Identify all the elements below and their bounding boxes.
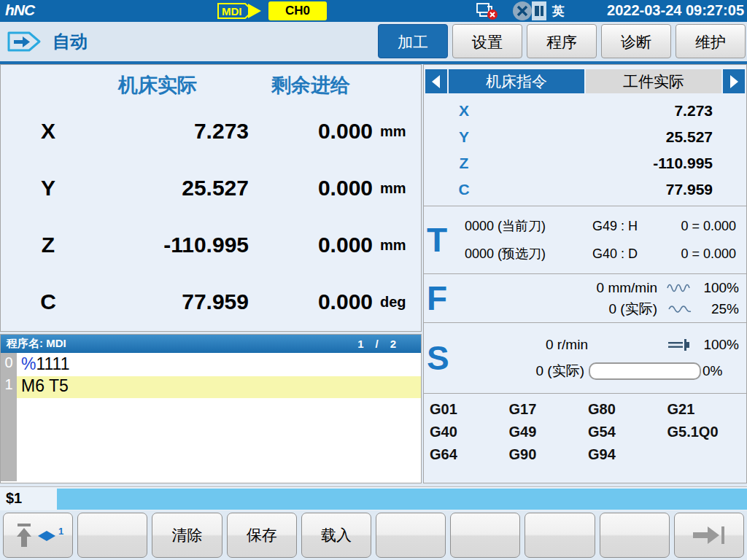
feed-actual-wave-icon — [663, 303, 697, 315]
current-line: 1 — [357, 338, 363, 350]
axis-actual-value: 7.273 — [66, 119, 249, 144]
gcode-cell: G90 — [509, 446, 589, 463]
pager-separator: / — [375, 338, 378, 350]
tab-diagnosis[interactable]: 诊断 — [601, 24, 671, 58]
program-code: M6 T5 — [21, 376, 69, 395]
mode-mdi-badge: MDI — [217, 1, 268, 23]
axis-row-z: Z -110.995 0.000 mm — [1, 217, 421, 273]
main-tabs: 加工 设置 程序 诊断 维护 — [378, 24, 746, 58]
gcode-cell: G94 — [588, 446, 667, 463]
program-line[interactable]: 0 %1111 — [1, 354, 421, 376]
axis-label: Y — [424, 128, 504, 146]
tool-section-label: T — [424, 223, 460, 257]
feed-command-row: 0 mm/min 100% — [460, 278, 746, 298]
feed-override-percent: 100% — [697, 280, 746, 296]
tab-machine-command[interactable]: 机床指令 — [449, 69, 584, 93]
program-line-active[interactable]: 1 M6 T5 — [1, 376, 421, 398]
tool-number: 0000 (预选刀) — [460, 245, 592, 262]
softkey-empty-8[interactable] — [600, 513, 670, 558]
softkey-empty-6[interactable] — [450, 513, 520, 558]
spindle-speed-value: 0 r/min — [460, 337, 657, 353]
axis-label: C — [424, 181, 504, 198]
softkey-back-icon: 1 — [12, 519, 64, 551]
softkey-row: 1 清除 保存 载入 — [0, 510, 747, 560]
softkey-next-icon — [689, 521, 729, 550]
softkey-save-button[interactable]: 保存 — [227, 513, 297, 558]
tab-workpiece-actual[interactable]: 工件实际 — [586, 69, 721, 93]
spindle-command-row: 0 r/min 100% — [460, 335, 746, 355]
message-strip — [57, 489, 747, 510]
tab-settings[interactable]: 设置 — [452, 24, 522, 58]
remaining-feed-header: 剩余进给 — [249, 72, 373, 103]
axis-unit: deg — [373, 294, 419, 311]
tool-section: T 0000 (当前刀) G49 : H 0 = 0.000 0000 (预选刀… — [424, 206, 746, 273]
program-code: 1111 — [36, 354, 69, 373]
tool-gcode: G49 : H — [592, 219, 680, 234]
program-prefix: % — [21, 354, 36, 373]
program-panel: 程序名: MDI 1 / 2 0 %1111 1 M6 T5 — [0, 334, 422, 483]
gcode-cell: G40 — [430, 424, 509, 440]
next-view-button[interactable] — [723, 69, 745, 93]
axis-actual-value: -110.995 — [66, 233, 249, 257]
softkey-empty-7[interactable] — [525, 513, 595, 558]
tab-machining[interactable]: 加工 — [378, 24, 448, 58]
gcode-cell: G01 — [430, 401, 509, 418]
mdi-arrow-icon: MDI — [217, 1, 268, 20]
softkey-back-button[interactable]: 1 — [3, 513, 73, 558]
prev-view-button[interactable] — [425, 69, 447, 93]
axis-label: Z — [1, 233, 66, 257]
gcode-cell: G49 — [509, 424, 589, 440]
softkey-empty-5[interactable] — [376, 513, 446, 558]
preselect-tool-row: 0000 (预选刀) G40 : D 0 = 0.000 — [460, 241, 746, 266]
tool-number: 0000 (当前刀) — [460, 217, 592, 235]
spindle-load-percent: 0% — [703, 363, 746, 379]
axis-label: Y — [1, 176, 66, 201]
feed-override-wave-icon — [663, 282, 697, 294]
language-label: 英 — [552, 3, 565, 20]
tool-offset: 0 = 0.000 — [680, 246, 746, 262]
axis-label: C — [1, 289, 66, 314]
softkey-load-button[interactable]: 载入 — [301, 513, 371, 558]
feed-actual-row: 0 (实际) 25% — [460, 299, 746, 319]
total-lines: 2 — [390, 338, 396, 350]
softkey-empty-1[interactable] — [77, 513, 147, 558]
axis-actual-value: 77.959 — [66, 289, 249, 314]
mode-label: 自动 — [53, 30, 88, 53]
channel-badge: CH0 — [268, 1, 327, 20]
chevron-left-icon — [429, 74, 444, 90]
tab-maintenance[interactable]: 维护 — [676, 24, 746, 58]
mode-pennant-icon — [7, 29, 42, 54]
axis-remain-value: 0.000 — [249, 233, 373, 257]
program-name: 程序名: MDI — [7, 337, 357, 351]
cmd-axis-row: C 77.959 — [424, 176, 746, 203]
softkey-clear-button[interactable]: 清除 — [152, 513, 222, 558]
spindle-actual-row: 0 (实际) 0% — [460, 361, 746, 381]
axis-label: Z — [424, 155, 504, 172]
axis-label: X — [1, 119, 66, 144]
channel-label: $1 — [6, 490, 22, 507]
operation-mode: 自动 — [7, 29, 88, 54]
network-error-icon — [474, 1, 502, 24]
axis-value: 7.273 — [504, 102, 746, 120]
axis-label: X — [424, 102, 504, 120]
axis-row-x: X 7.273 0.000 mm — [1, 103, 421, 160]
program-editor[interactable]: 0 %1111 1 M6 T5 — [1, 353, 421, 481]
gcode-cell: G5.1Q0 — [667, 424, 747, 440]
tab-program[interactable]: 程序 — [527, 24, 597, 58]
program-header: 程序名: MDI 1 / 2 — [1, 335, 421, 353]
command-panel: 机床指令 工件实际 X 7.273 Y 25.527 Z -110.995 C … — [423, 64, 747, 483]
program-line-pager: 1 / 2 — [357, 338, 396, 350]
axis-row-c: C 77.959 0.000 deg — [1, 273, 421, 330]
spindle-override-percent: 100% — [697, 337, 746, 353]
spindle-load-bar — [589, 362, 701, 380]
feed-section: F 0 mm/min 100% 0 (实际) 25% — [424, 273, 746, 322]
line-number: 1 — [1, 376, 17, 398]
line-number: 0 — [1, 354, 17, 376]
gcode-cell: G64 — [430, 446, 509, 463]
input-language-switch[interactable]: 英 — [513, 1, 565, 20]
tool-gcode: G40 : D — [592, 246, 680, 262]
tool-offset: 0 = 0.000 — [680, 219, 746, 234]
axis-remain-value: 0.000 — [249, 176, 373, 201]
softkey-next-menu-button[interactable] — [674, 513, 744, 558]
cmd-axis-row: Z -110.995 — [424, 150, 746, 176]
